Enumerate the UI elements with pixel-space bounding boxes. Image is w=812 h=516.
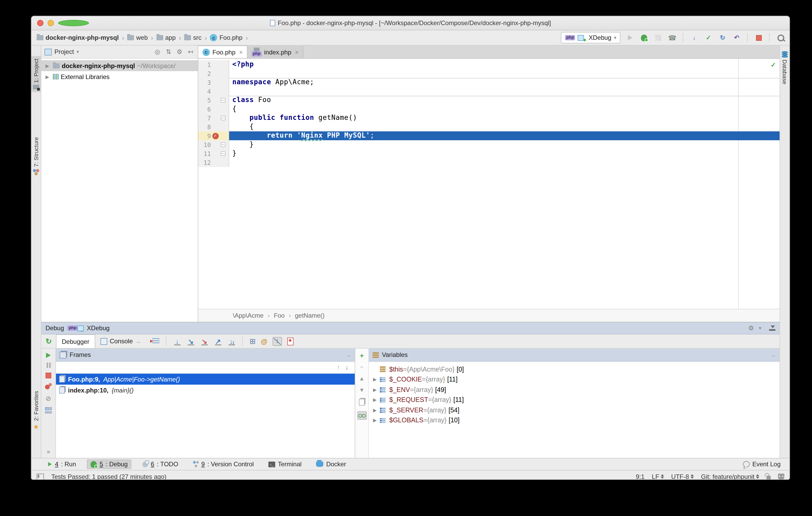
float-panel-icon[interactable]: → — [771, 352, 776, 358]
mute-breakpoints-button[interactable]: ⊘ — [46, 395, 51, 402]
float-panel-icon[interactable]: → — [346, 352, 351, 358]
force-step-into-button[interactable]: ↘ — [200, 337, 209, 345]
close-window-button[interactable] — [37, 20, 44, 26]
run-with-coverage-button[interactable] — [654, 33, 663, 42]
step-over-button[interactable]: ↓ — [173, 337, 181, 345]
expand-chevron-icon[interactable]: ▶ — [46, 74, 51, 79]
breadcrumb-item[interactable]: src — [183, 34, 202, 41]
breakpoint-icon[interactable]: ✓ — [211, 133, 220, 139]
step-into-button[interactable]: ↘ — [187, 337, 195, 345]
breadcrumb-item[interactable]: getName() — [295, 312, 324, 319]
code-line[interactable]: 11} — [198, 149, 780, 158]
code-line[interactable]: 6{ — [198, 105, 780, 114]
collapse-all-button[interactable]: ⇅ — [164, 48, 173, 55]
search-everywhere-button[interactable] — [776, 33, 785, 42]
gutter-cell[interactable]: 8 — [198, 122, 229, 131]
code-line[interactable]: 10 } — [198, 140, 780, 149]
debug-button[interactable] — [639, 33, 649, 42]
move-watch-down-button[interactable]: ▼ — [359, 387, 365, 393]
rerun-button[interactable]: ↻ — [41, 337, 56, 345]
gutter-cell[interactable]: 3 — [198, 78, 229, 87]
add-watch-button[interactable]: + — [360, 353, 364, 359]
code-line[interactable]: 4 — [198, 87, 780, 96]
update-project-button[interactable]: ↓ — [690, 33, 699, 42]
show-watches-toggle[interactable] — [357, 411, 367, 420]
line-separator-widget[interactable]: LF — [652, 473, 664, 480]
frame-row[interactable]: Foo.php:9, App|Acme|Foo->getName() — [56, 374, 355, 385]
settings-gear-icon[interactable]: ⚙ — [747, 324, 755, 332]
breadcrumb-item[interactable]: Foo — [274, 312, 285, 319]
gutter-cell[interactable]: 7 — [198, 114, 229, 122]
step-out-button[interactable]: ↗ — [214, 337, 222, 345]
tree-row[interactable]: ▶docker-nginx-php-mysql ~/Workspace/ — [41, 60, 198, 71]
fold-marker-icon[interactable] — [220, 151, 227, 156]
expand-chevron-icon[interactable]: ▶ — [373, 377, 380, 382]
inspection-ok-icon[interactable]: ✓ — [771, 61, 776, 68]
git-branch-widget[interactable]: Git: feature/phpunit — [701, 473, 759, 480]
expand-chevron-icon[interactable]: ▶ — [373, 408, 380, 413]
expand-chevron-icon[interactable]: ▶ — [373, 398, 380, 403]
next-frame-button[interactable]: ↓ — [345, 364, 348, 371]
minimize-window-button[interactable] — [48, 20, 54, 26]
copy-button[interactable] — [359, 399, 365, 406]
expand-chevron-icon[interactable]: ▶ — [373, 387, 380, 393]
variable-row[interactable]: ▶$_REQUEST = {array}[11] — [369, 395, 780, 405]
caret-position-widget[interactable]: 9:1 — [636, 473, 644, 480]
debug-session-tab[interactable]: XDebug — [87, 324, 110, 332]
gutter-cell[interactable]: 12 — [198, 158, 229, 167]
expand-chevron-icon[interactable]: ▶ — [373, 418, 380, 423]
fold-marker-icon[interactable] — [220, 116, 227, 120]
variable-row[interactable]: ▶$_COOKIE = {array}[11] — [369, 374, 780, 385]
status-message[interactable]: Tests Passed: 1 passed (27 minutes ago) — [51, 473, 166, 480]
code-line[interactable]: 7 public function getName() — [198, 114, 780, 122]
gutter-cell[interactable]: 5 — [198, 96, 229, 105]
run-button[interactable] — [625, 33, 635, 42]
code-line[interactable]: 3namespace App\Acme; — [198, 78, 780, 87]
fold-marker-icon[interactable] — [220, 142, 227, 147]
revert-changes-button[interactable]: ↶ — [732, 33, 742, 42]
expand-chevron-icon[interactable]: ▶ — [46, 63, 51, 68]
show-history-button[interactable]: ↻ — [718, 33, 727, 42]
toolwindow-button-database[interactable]: Database — [780, 49, 789, 87]
tab-console[interactable]: Console → — [95, 335, 146, 348]
editor-tab-foo-php[interactable]: cFoo.php× — [198, 46, 248, 58]
breadcrumb-item[interactable]: docker-nginx-php-mysql — [36, 34, 120, 41]
gutter-cell[interactable]: 10 — [198, 140, 229, 149]
code-line[interactable]: 5class Foo — [198, 96, 780, 105]
commit-changes-button[interactable]: ✓ — [704, 33, 713, 42]
variable-row[interactable]: $this = {App\Acme\Foo}[0] — [369, 364, 780, 374]
variable-row[interactable]: ▶$_ENV = {array}[49] — [369, 385, 780, 395]
stop-button[interactable] — [754, 33, 763, 42]
editor-tab-index-php[interactable]: phpindex.php× — [248, 46, 303, 58]
locate-file-button[interactable]: ◎ — [153, 48, 162, 55]
toolwindow-button-docker[interactable]: Docker — [313, 459, 350, 469]
resume-button[interactable] — [46, 353, 51, 358]
move-watch-up-button[interactable]: ▲ — [359, 376, 365, 381]
tree-row[interactable]: ▶External Libraries — [41, 71, 198, 82]
toolwindow-button-terminal[interactable]: ›_Terminal — [265, 459, 305, 469]
evaluate-expression-button[interactable]: ⊞ — [250, 337, 256, 345]
restore-layout-button[interactable] — [45, 407, 52, 413]
show-execution-point-button[interactable] — [152, 338, 160, 344]
tab-debugger[interactable]: Debugger — [56, 335, 95, 348]
code-line[interactable]: 9✓ return 'Nginx PHP MySQL'; — [198, 131, 780, 140]
previous-frame-button[interactable]: ↑ — [337, 364, 340, 371]
toolwindow-button-debug[interactable]: 5: Debug — [87, 459, 131, 469]
close-icon[interactable]: × — [295, 49, 299, 56]
gutter-cell[interactable]: 11 — [198, 149, 229, 158]
inspection-profile-icon[interactable] — [778, 474, 784, 480]
gutter-cell[interactable]: 1 — [198, 60, 229, 69]
event-log-button[interactable]: Event Log — [739, 459, 784, 469]
gutter-cell[interactable]: 4 — [198, 87, 229, 96]
toolwindow-button-structure[interactable]: 7: Structure — [31, 135, 41, 178]
toolwindow-button-project[interactable]: 1: Project — [31, 56, 41, 92]
toolwindow-button-version-control[interactable]: 9: Version Control — [189, 459, 257, 469]
pause-button[interactable] — [46, 363, 51, 368]
more-actions-button[interactable]: » — [47, 449, 50, 455]
readonly-lock-icon[interactable] — [766, 476, 771, 479]
encoding-widget[interactable]: UTF-8 — [671, 473, 694, 480]
code-line[interactable]: 8 { — [198, 122, 780, 131]
view-breakpoints-button[interactable] — [45, 383, 52, 390]
variable-row[interactable]: ▶$_SERVER = {array}[54] — [369, 405, 780, 415]
breadcrumb-item[interactable]: web — [126, 34, 149, 41]
